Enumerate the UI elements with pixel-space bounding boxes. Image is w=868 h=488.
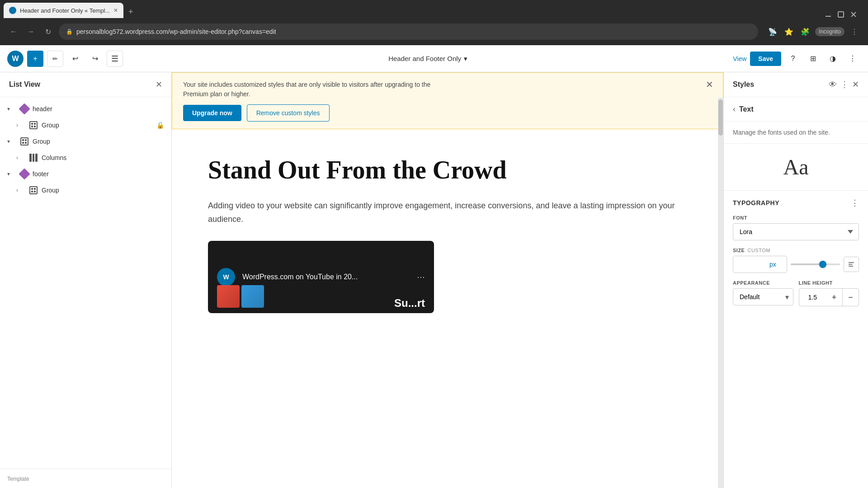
styles-more-button[interactable]: ⋮ xyxy=(840,80,849,89)
styles-nav: ‹ Text xyxy=(724,97,868,122)
line-height-decrement-button[interactable]: − xyxy=(842,289,859,306)
url-text: personalblog572.wordpress.com/wp-admin/s… xyxy=(76,28,276,35)
upgrade-now-button[interactable]: Upgrade now xyxy=(183,105,241,121)
video-thumbnail[interactable]: W WordPress.com on YouTube in 20... ⋯ Su… xyxy=(208,241,434,313)
list-item-label: footer xyxy=(33,170,49,178)
browser-tab-bar: Header and Footer Only « Templ... ✕ + xyxy=(0,0,868,18)
more-options-button[interactable]: ⋮ xyxy=(844,51,861,67)
line-height-field: LINE HEIGHT 1.5 + − xyxy=(799,280,859,306)
canvas-area: Your site includes customized styles tha… xyxy=(172,72,723,488)
font-select[interactable]: Lora Open Sans Roboto Merriweather xyxy=(733,223,859,240)
expand-toggle[interactable]: ▾ xyxy=(7,138,16,145)
maximize-icon[interactable] xyxy=(837,11,844,18)
reload-button[interactable]: ↻ xyxy=(42,25,54,38)
list-item-label: header xyxy=(33,105,52,113)
back-button[interactable]: ← xyxy=(7,25,20,38)
canvas-scrollbar[interactable] xyxy=(718,98,723,488)
styles-close-button[interactable]: ✕ xyxy=(852,80,859,89)
redo-button[interactable]: ↪ xyxy=(87,51,103,67)
expand-toggle[interactable]: › xyxy=(16,122,25,128)
contrast-button[interactable]: ◑ xyxy=(825,51,841,67)
editor-body: List View ✕ ▾ header › Group 🔒 xyxy=(0,72,868,488)
bookmark-icon[interactable]: ⭐ xyxy=(783,25,795,38)
notification-line1: Your site includes customized styles tha… xyxy=(183,81,430,88)
video-face-1 xyxy=(217,285,240,308)
slider-fill xyxy=(791,263,823,265)
expand-toggle[interactable]: › xyxy=(16,187,25,193)
template-name[interactable]: Header and Footer Only ▾ xyxy=(388,55,467,63)
cast-icon[interactable]: 📡 xyxy=(766,25,779,38)
size-slider[interactable] xyxy=(791,256,840,272)
active-tab[interactable]: Header and Footer Only « Templ... ✕ xyxy=(4,3,123,18)
size-input[interactable] xyxy=(733,256,769,272)
undo-button[interactable]: ↩ xyxy=(67,51,83,67)
template-dropdown-icon: ▾ xyxy=(464,55,467,63)
expand-toggle[interactable]: ▾ xyxy=(7,171,16,177)
styles-panel: Styles 👁 ⋮ ✕ ‹ Text Manage the fonts use… xyxy=(723,72,868,488)
toolbar-right: View Save ? ⊞ ◑ ⋮ xyxy=(733,51,861,67)
styles-section-title: Text xyxy=(739,105,754,113)
list-view-close-button[interactable]: ✕ xyxy=(156,80,162,89)
menu-icon[interactable]: ⋮ xyxy=(848,25,861,38)
address-bar[interactable]: 🔒 personalblog572.wordpress.com/wp-admin… xyxy=(59,23,758,40)
typography-menu-button[interactable]: ⋮ xyxy=(851,198,859,208)
two-col-row: APPEARANCE Default ▾ LINE HEIGHT xyxy=(733,280,859,314)
video-menu-icon[interactable]: ⋯ xyxy=(417,272,425,282)
styles-actions: 👁 ⋮ ✕ xyxy=(829,80,859,89)
units-button[interactable] xyxy=(844,257,859,272)
incognito-badge: Incognito xyxy=(815,27,844,36)
slider-thumb[interactable] xyxy=(819,261,826,268)
remove-custom-styles-button[interactable]: Remove custom styles xyxy=(247,104,330,122)
tab-favicon xyxy=(9,7,16,14)
list-view-button[interactable]: ☰ xyxy=(107,51,123,67)
wp-toolbar: W + ✏ ↩ ↪ ☰ Header and Footer Only ▾ Vie… xyxy=(0,45,868,72)
layout-button[interactable]: ⊞ xyxy=(805,51,821,67)
line-height-label: LINE HEIGHT xyxy=(799,280,859,286)
forward-button[interactable]: → xyxy=(24,25,37,38)
tab-title: Header and Footer Only « Templ... xyxy=(20,7,110,14)
list-item[interactable]: › Group 🔒 xyxy=(0,117,171,133)
browser-action-buttons: 📡 ⭐ 🧩 Incognito ⋮ xyxy=(766,25,861,38)
canvas-content[interactable]: Stand Out From the Crowd Adding video to… xyxy=(172,129,723,488)
expand-toggle[interactable]: › xyxy=(16,155,25,161)
list-item[interactable]: ▾ Group xyxy=(0,133,171,150)
view-link[interactable]: View xyxy=(733,55,746,62)
edit-button[interactable]: ✏ xyxy=(47,51,63,67)
help-button[interactable]: ? xyxy=(785,51,801,67)
list-view-footer: Template xyxy=(0,469,171,488)
styles-header: Styles 👁 ⋮ ✕ xyxy=(724,72,868,97)
wp-logo[interactable]: W xyxy=(7,51,24,67)
diamond-icon xyxy=(19,169,30,179)
extensions-icon[interactable]: 🧩 xyxy=(799,25,811,38)
line-height-increment-button[interactable]: + xyxy=(826,289,842,306)
video-faces xyxy=(217,285,266,308)
appearance-select[interactable]: Default xyxy=(733,288,793,305)
notification-close-button[interactable]: ✕ xyxy=(703,78,716,91)
save-button[interactable]: Save xyxy=(750,52,781,66)
expand-toggle[interactable]: ▾ xyxy=(7,106,16,112)
list-item-label: Group xyxy=(33,138,50,145)
font-label: FONT xyxy=(733,215,859,221)
appearance-field: APPEARANCE Default ▾ xyxy=(733,280,793,306)
line-height-value: 1.5 xyxy=(799,289,826,305)
template-footer-label: Template xyxy=(7,476,29,482)
list-item[interactable]: › Group xyxy=(0,182,171,198)
list-item-label: Group xyxy=(42,122,59,129)
new-tab-button[interactable]: + xyxy=(124,5,137,18)
size-unit: px xyxy=(769,256,781,272)
wp-editor: W + ✏ ↩ ↪ ☰ Header and Footer Only ▾ Vie… xyxy=(0,45,868,488)
styles-back-button[interactable]: ‹ xyxy=(733,104,736,114)
list-item[interactable]: ▾ header xyxy=(0,101,171,117)
typography-header: Typography ⋮ xyxy=(733,198,859,208)
close-window-icon[interactable] xyxy=(850,11,857,18)
list-item[interactable]: ▾ footer xyxy=(0,166,171,182)
list-view-panel: List View ✕ ▾ header › Group 🔒 xyxy=(0,72,172,488)
add-block-button[interactable]: + xyxy=(27,51,43,67)
minimize-icon[interactable] xyxy=(825,11,832,18)
close-tab-button[interactable]: ✕ xyxy=(113,7,118,14)
list-item[interactable]: › Columns xyxy=(0,150,171,166)
styles-eye-button[interactable]: 👁 xyxy=(829,80,837,89)
styles-description-text: Manage the fonts used on the site. xyxy=(733,129,830,136)
columns-icon xyxy=(28,152,39,163)
scrollbar-thumb xyxy=(718,99,723,136)
